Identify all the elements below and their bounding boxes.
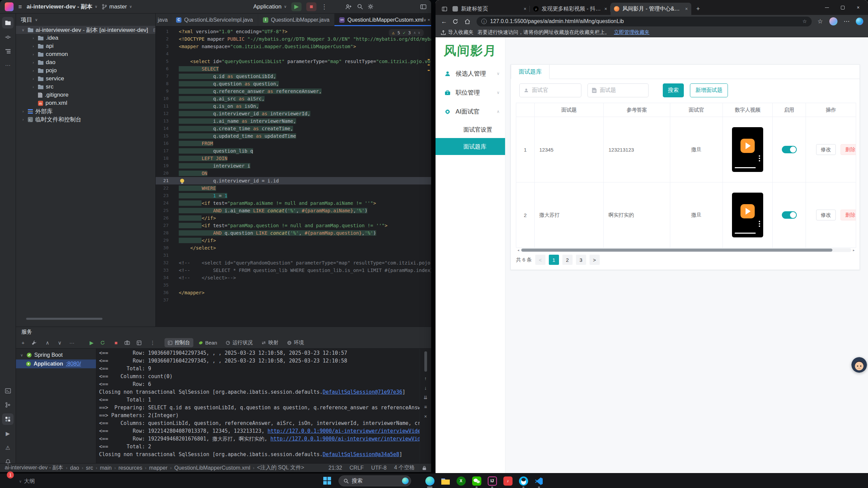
video-progress-bar[interactable] — [735, 167, 756, 168]
problems-tool-icon[interactable]: ⚠ — [2, 442, 14, 453]
next-page-button[interactable]: > — [590, 255, 600, 265]
close-tab-icon[interactable]: × — [524, 6, 526, 12]
tab-actions-icon[interactable] — [440, 4, 449, 14]
xbox-icon[interactable]: X — [453, 473, 469, 488]
caret-position[interactable]: 21:32 — [329, 465, 342, 471]
scroll-up-icon[interactable]: ↑ — [424, 376, 427, 381]
thread-dump-icon[interactable] — [124, 340, 132, 345]
vscode-icon[interactable] — [531, 473, 547, 488]
enable-toggle[interactable] — [782, 146, 797, 153]
indent-setting[interactable]: 4 个空格 — [394, 464, 415, 471]
wrench-icon[interactable] — [32, 340, 39, 345]
expand-all-icon[interactable]: ∧ — [44, 340, 51, 346]
add-question-button[interactable]: 新增面试题 — [690, 83, 728, 97]
run-button[interactable]: ▶ — [291, 2, 302, 11]
run-config-selector[interactable]: Application ∨ — [253, 3, 287, 10]
layout-icon[interactable] — [420, 4, 426, 9]
back-icon[interactable]: ← — [440, 18, 448, 25]
browser-tab[interactable]: 新建标签页× — [449, 3, 530, 15]
manage-favorites-link[interactable]: 立即管理收藏夹 — [614, 29, 650, 36]
close-tab-icon[interactable]: × — [685, 6, 688, 12]
browser-menu-icon[interactable]: ⋯ — [843, 18, 850, 25]
menu-item-AI面试官[interactable]: AI面试官∧ — [436, 102, 505, 121]
favorites-icon[interactable]: ☆ — [816, 18, 824, 25]
start-button[interactable] — [323, 476, 331, 485]
tree-item[interactable]: ›>_临时文件和控制台 — [16, 115, 155, 123]
music-icon[interactable]: ♪ — [500, 473, 516, 488]
services-tab-运行状况[interactable]: 运行状况 — [223, 338, 256, 347]
menu-item-职位管理[interactable]: 职位管理∨ — [436, 83, 505, 102]
maximize-button[interactable] — [835, 0, 850, 15]
tree-item[interactable]: ›src — [16, 83, 155, 91]
project-tool-icon[interactable] — [2, 17, 14, 28]
hidden-tabs-icon[interactable]: ∨ — [423, 14, 426, 26]
branch-widget[interactable]: master ∨ — [102, 3, 132, 10]
file-encoding[interactable]: UTF-8 — [371, 465, 386, 471]
more-tools-icon[interactable]: ··· — [2, 60, 14, 71]
page-button-1[interactable]: 1 — [549, 255, 559, 265]
refresh-icon[interactable] — [452, 19, 460, 24]
intention-bulb-icon[interactable] — [180, 179, 184, 183]
breadcrumb-item[interactable]: src — [86, 465, 93, 471]
digital-human-avatar[interactable] — [851, 357, 867, 373]
tree-item[interactable]: ›common — [16, 50, 155, 58]
settings-gear-icon[interactable] — [368, 4, 373, 9]
project-hscrollbar[interactable] — [26, 318, 102, 320]
editor-tab[interactable]: </>QuestionLibMapperCustom.xml× — [334, 14, 431, 26]
scroll-right-icon[interactable]: ▸ — [851, 248, 856, 252]
services-tab-控制台[interactable]: 控制台 — [165, 338, 193, 347]
soft-wrap-icon[interactable]: ≡ — [424, 404, 427, 410]
commit-tool-icon[interactable] — [2, 31, 14, 43]
outline-tool-button[interactable]: ∨ 大纲 — [19, 478, 35, 485]
video-player[interactable] — [732, 193, 763, 237]
search-everywhere-icon[interactable] — [357, 4, 363, 9]
scroll-left-icon[interactable]: ◂ — [516, 248, 521, 252]
profile-avatar[interactable] — [829, 17, 837, 25]
tab-question-lib[interactable]: 面试题库 — [511, 65, 549, 79]
stop-icon[interactable]: ■ — [112, 340, 120, 346]
submenu-item-面试题库[interactable]: 面试题库 — [436, 138, 505, 155]
video-progress-bar[interactable] — [735, 233, 756, 234]
delete-button[interactable]: 删除 — [841, 210, 856, 220]
breadcrumb-item[interactable]: mapper — [149, 465, 167, 471]
console-link[interactable]: http://127.0.0.1:9000/ai-interviewer/int… — [268, 428, 420, 434]
hide-panel-icon[interactable]: ··· — [68, 340, 76, 346]
breadcrumb-item[interactable]: QuestionLibMapperCustom.xml — [174, 465, 250, 471]
collapse-all-icon[interactable]: ∨ — [56, 340, 63, 346]
project-widget[interactable]: ai-interviewer-dev - 副本 ∨ — [27, 3, 98, 11]
add-favorite-star-icon[interactable]: ☆ — [803, 18, 807, 24]
delete-button[interactable]: 删除 — [841, 144, 856, 155]
bing-daily-icon[interactable] — [402, 477, 409, 484]
question-filter-input[interactable]: 面试题 — [587, 83, 649, 97]
inspections-widget[interactable]: ⚠5 ✓3 ∧ ∨ — [389, 29, 424, 36]
tree-item[interactable]: ∨ai-interviewer-dev - 副本 [ai-interviewer… — [16, 26, 155, 34]
prev-page-button[interactable]: < — [535, 255, 545, 265]
tree-item[interactable]: ›api — [16, 42, 155, 50]
tree-item-application[interactable]: Application :8080/ — [16, 359, 96, 368]
more-actions-icon[interactable]: ⋮ — [321, 4, 327, 10]
breadcrumb-item[interactable]: main — [100, 465, 112, 471]
scroll-down-icon[interactable]: ↓ — [424, 385, 427, 391]
rerun-icon[interactable]: ▶ — [88, 340, 95, 346]
terminal-tool-icon[interactable] — [2, 385, 14, 396]
site-info-icon[interactable]: i — [481, 19, 487, 24]
table-hscrollbar[interactable]: ◂ ▸ — [516, 248, 856, 252]
git-tool-icon[interactable] — [2, 399, 14, 411]
line-separator[interactable]: CRLF — [350, 465, 364, 471]
edit-button[interactable]: 修改 — [816, 210, 836, 220]
services-tab-环境[interactable]: 环境 — [284, 338, 307, 347]
app-port-link[interactable]: :8080/ — [66, 361, 81, 367]
tree-item[interactable]: ›pojo — [16, 66, 155, 75]
code-editor[interactable]: 1<?xml version="1.0" encoding="UTF-8"?>2… — [156, 26, 431, 327]
video-menu-icon[interactable] — [759, 155, 760, 162]
services-tab-映射[interactable]: 映射 — [258, 338, 282, 347]
breadcrumb-item[interactable]: dao — [70, 465, 79, 471]
console-link[interactable]: DefaultSqlSession@a34a5e8 — [323, 451, 399, 457]
import-favorites-button[interactable]: 导入收藏夹 — [441, 29, 474, 36]
video-player[interactable] — [732, 127, 763, 172]
tree-item[interactable]: mpom.xml — [16, 99, 155, 107]
run-tool-icon[interactable]: ▶ — [2, 428, 14, 439]
copilot-icon[interactable] — [856, 18, 863, 25]
console-link[interactable]: DefaultSqlSession@71e97e36 — [323, 389, 402, 395]
run-console[interactable]: <== Row: 1903660719042297345, , , 2025-0… — [96, 349, 420, 463]
